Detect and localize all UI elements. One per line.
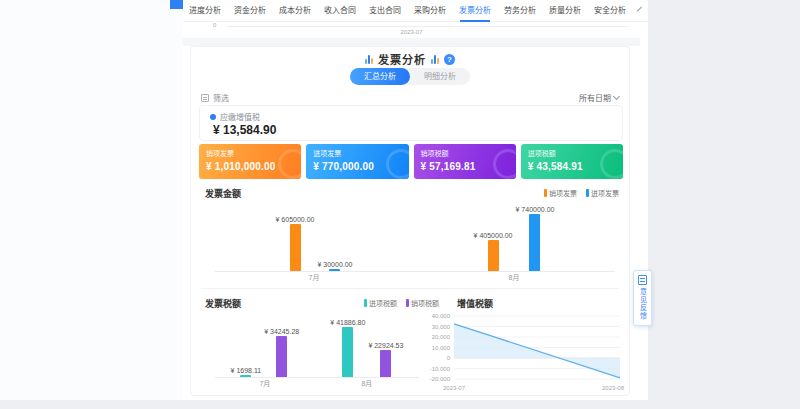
bar-rect <box>290 224 301 271</box>
bar-value-label: ¥ 405000.00 <box>474 232 513 239</box>
stat-cards-row: 销项发票¥ 1,010,000.00进项发票¥ 770,000.00销项税额¥ … <box>199 144 623 179</box>
stat-card-watermark-icon <box>493 149 516 179</box>
bar-value-label: ¥ 22924.53 <box>368 342 403 349</box>
bar-rect <box>276 336 287 377</box>
view-tab[interactable]: 明细分析 <box>410 68 470 85</box>
nav-tabs: 进度分析资金分析成本分析收入合同支出合同采购分析发票分析劳务分析质量分析安全分析 <box>183 0 648 22</box>
bar-value-label: ¥ 30000.00 <box>317 261 352 268</box>
bar-rect <box>342 327 353 377</box>
nav-tab[interactable]: 劳务分析 <box>504 0 536 22</box>
legend-item[interactable]: 销项发票 <box>544 188 577 198</box>
y-axis-tick: 10,000 <box>432 345 451 351</box>
category-label: 8月 <box>361 378 372 388</box>
date-range-selector[interactable]: 所有日期 <box>579 92 619 103</box>
y-axis-tick: -10,000 <box>430 366 451 372</box>
invoice-amount-chart: 发票金额 销项发票进项发票 ¥ 605000.00¥ 30000.007月¥ 4… <box>199 185 623 285</box>
y-axis-tick: 30,000 <box>432 324 451 330</box>
bar-group: ¥ 1698.11¥ 34245.287月 <box>231 328 300 377</box>
nav-tab[interactable]: 成本分析 <box>279 0 311 22</box>
nav-tab[interactable]: 采购分析 <box>414 0 446 22</box>
category-label: 7月 <box>259 378 270 388</box>
nav-tab-active[interactable]: 发票分析 <box>459 0 491 22</box>
bar: ¥ 605000.00 <box>276 216 315 271</box>
nav-tab[interactable]: 进度分析 <box>189 0 221 22</box>
bar-rect <box>240 375 251 377</box>
kpi-card: 应缴增值税 ¥ 13,584.90 <box>199 105 623 141</box>
bar-rect <box>380 350 391 377</box>
app-window: 进度分析资金分析成本分析收入合同支出合同采购分析发票分析劳务分析质量分析安全分析… <box>0 0 648 400</box>
view-toggle: 汇总分析明细分析 <box>350 68 470 85</box>
feedback-float-button[interactable]: 意见反馈 <box>633 270 652 326</box>
stat-card: 销项发票¥ 1,010,000.00 <box>199 144 301 179</box>
invoice-tax-chart: 发票税额 进项税额销项税额 ¥ 1698.11¥ 34245.287月¥ 418… <box>199 295 443 391</box>
axis-tick: 0 <box>213 22 216 28</box>
chart-legend: 销项发票进项发票 <box>544 188 619 198</box>
help-icon[interactable]: ? <box>444 54 455 65</box>
bar: ¥ 22924.53 <box>368 342 403 377</box>
bar: ¥ 1698.11 <box>231 367 262 377</box>
page-root: 进度分析资金分析成本分析收入合同支出合同采购分析发票分析劳务分析质量分析安全分析… <box>0 0 800 409</box>
scrolled-chart-tail: 0 2023-07 <box>183 22 640 38</box>
kpi-label: 应缴增值税 <box>220 111 260 122</box>
legend-mark <box>586 189 589 197</box>
filter-button[interactable]: 筛选 <box>201 92 229 103</box>
nav-tab[interactable]: 收入合同 <box>324 0 356 22</box>
x-axis-tick: 2023-07 <box>443 385 466 391</box>
bar: ¥ 34245.28 <box>264 328 299 377</box>
kpi-value: ¥ 13,584.90 <box>213 123 276 137</box>
stat-card: 进项税额¥ 43,584.91 <box>521 144 623 179</box>
feedback-float-label: 意见反馈 <box>638 288 648 320</box>
bar-group: ¥ 405000.00¥ 740000.008月 <box>474 206 555 271</box>
chart-deco-icon <box>431 55 439 64</box>
stat-card: 进项发票¥ 770,000.00 <box>306 144 408 179</box>
bar-value-label: ¥ 41886.80 <box>330 319 365 326</box>
view-tab-active[interactable]: 汇总分析 <box>350 68 410 85</box>
bar-value-label: ¥ 1698.11 <box>231 367 262 374</box>
nav-tab[interactable]: 资金分析 <box>234 0 266 22</box>
bar-value-label: ¥ 740000.00 <box>516 206 555 213</box>
nav-tab[interactable]: 质量分析 <box>549 0 581 22</box>
filter-row: 筛选 所有日期 <box>201 91 619 104</box>
nav-tab[interactable]: 安全分析 <box>594 0 626 22</box>
legend-item[interactable]: 进项发票 <box>586 188 619 198</box>
vat-line-svg: 40,00030,00020,00010,0000-10,000-20,0002… <box>426 308 629 395</box>
filter-icon <box>201 94 209 102</box>
bar-plot: ¥ 1698.11¥ 34245.287月¥ 41886.80¥ 22924.5… <box>215 311 419 378</box>
bar-value-label: ¥ 605000.00 <box>276 216 315 223</box>
chart-divider <box>201 288 619 289</box>
bar: ¥ 740000.00 <box>516 206 555 271</box>
category-label: 7月 <box>309 272 320 282</box>
legend-mark <box>364 299 367 307</box>
bar: ¥ 30000.00 <box>317 261 352 271</box>
y-axis-tick: 40,000 <box>432 313 451 319</box>
card-icon <box>638 275 647 285</box>
legend-item[interactable]: 进项税额 <box>364 298 397 308</box>
chart-title: 发票税额 <box>205 297 241 310</box>
vat-amount-chart: 增值税额 40,00030,00020,00010,0000-10,000-20… <box>426 295 629 395</box>
y-axis-tick: -20,000 <box>430 376 451 382</box>
section-header: 发票分析 ? <box>191 51 629 67</box>
stat-card-watermark-icon <box>600 149 623 179</box>
category-label: 8月 <box>509 272 520 282</box>
y-axis-tick: 20,000 <box>432 334 451 340</box>
page-title: 发票分析 <box>378 51 426 67</box>
bar-group: ¥ 41886.80¥ 22924.538月 <box>330 319 403 377</box>
gridline <box>227 26 628 27</box>
chevron-down-icon <box>613 93 620 100</box>
chart-deco-icon <box>365 55 373 64</box>
bar-group: ¥ 605000.00¥ 30000.007月 <box>276 216 353 271</box>
bar-plot: ¥ 605000.00¥ 30000.007月¥ 405000.00¥ 7400… <box>215 203 615 272</box>
bar: ¥ 405000.00 <box>474 232 513 271</box>
invoice-analysis-section: 发票分析 ? 汇总分析明细分析 筛选 所有日期 应缴增值税 <box>190 46 630 396</box>
stat-card-watermark-icon <box>386 149 409 179</box>
kpi-dot-icon <box>210 114 216 120</box>
bar-value-label: ¥ 34245.28 <box>264 328 299 335</box>
bar-rect <box>329 269 340 271</box>
stat-card: 销项税额¥ 57,169.81 <box>414 144 516 179</box>
stat-card-watermark-icon <box>278 149 301 179</box>
chevron-down-icon[interactable] <box>637 7 642 12</box>
nav-tab[interactable]: 支出合同 <box>369 0 401 22</box>
section-divider <box>183 38 640 46</box>
bar-rect <box>529 214 540 271</box>
x-axis-tick: 2023-08 <box>602 385 625 391</box>
